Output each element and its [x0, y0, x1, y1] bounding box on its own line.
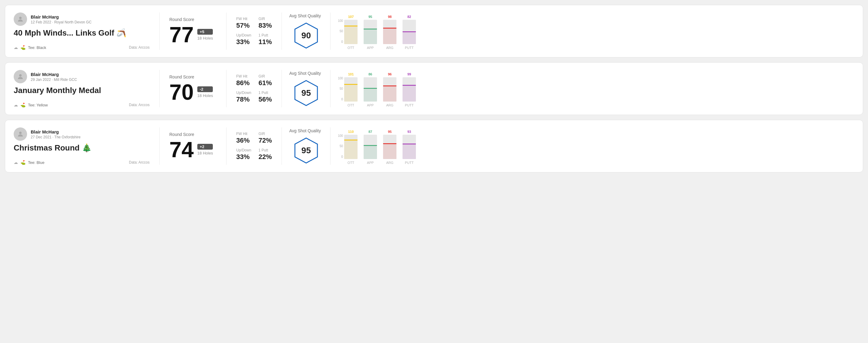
svg-point-0 — [19, 17, 22, 19]
tee-label: Tee: Yellow — [28, 103, 48, 107]
quality-score: 95 — [301, 88, 311, 98]
score-label: Round Score — [169, 74, 216, 80]
score-label: Round Score — [169, 132, 216, 137]
stat-item: 1 Putt 56% — [258, 91, 272, 103]
stat-value: 61% — [258, 79, 272, 87]
golf-icon: ⛳ — [20, 45, 26, 50]
tee-label: Tee: Blue — [28, 160, 44, 165]
score-section: Round Score 70 -2 18 Holes — [160, 70, 226, 107]
stat-name: FW Hit — [236, 132, 251, 136]
card-left-section: Blair McHarg 12 Feb 2022 · Royal North D… — [14, 12, 160, 50]
stat-name: Up/Down — [236, 148, 251, 152]
score-badge: +5 — [197, 29, 213, 35]
round-title: 40 Mph Winds... Links Golf 🪃 — [14, 28, 150, 38]
round-card: Blair McHarg 12 Feb 2022 · Royal North D… — [5, 5, 863, 58]
card-footer: ☁ ⛳ Tee: Blue Data: Arccos — [14, 160, 150, 165]
hexagon: 90 — [292, 22, 320, 49]
chart-section: 100 50 0 101 OTT 86 APP 96 ARG — [331, 70, 854, 107]
stat-item: Up/Down 33% — [236, 33, 251, 46]
stat-value: 78% — [236, 95, 251, 103]
round-card: Blair McHarg 29 Jan 2022 · Mill Ride GCC… — [5, 62, 863, 115]
stat-item: 1 Putt 11% — [258, 33, 272, 46]
stat-item: 1 Putt 22% — [258, 148, 272, 161]
quality-label: Avg Shot Quality — [289, 13, 321, 18]
avatar — [14, 12, 27, 26]
chart-bar-group: 95 APP — [364, 15, 377, 50]
stat-name: GIR — [258, 17, 272, 21]
score-label: Round Score — [169, 17, 216, 22]
chart-bar-group: 82 PUTT — [403, 15, 416, 50]
chart-bar-group: 107 OTT — [344, 15, 358, 50]
score-section: Round Score 77 +5 18 Holes — [160, 12, 226, 50]
avatar — [14, 70, 27, 83]
score-number: 77 — [169, 24, 194, 45]
stat-name: FW Hit — [236, 74, 251, 79]
user-date: 12 Feb 2022 · Royal North Devon GC — [31, 20, 92, 24]
stat-name: 1 Putt — [258, 148, 272, 152]
quality-label: Avg Shot Quality — [289, 128, 321, 133]
score-holes: 18 Holes — [197, 93, 213, 98]
quality-section: Avg Shot Quality 95 — [282, 70, 331, 107]
user-row: Blair McHarg 29 Jan 2022 · Mill Ride GCC — [14, 70, 150, 83]
chart-bar-group: 101 OTT — [344, 72, 358, 107]
stat-name: 1 Putt — [258, 91, 272, 95]
weather-icon: ☁ — [14, 160, 18, 165]
weather-icon: ☁ — [14, 102, 18, 107]
quality-section: Avg Shot Quality 90 — [282, 12, 331, 50]
data-source: Data: Arccos — [129, 45, 150, 50]
user-date: 27 Dec 2021 · The Oxfordshire — [31, 135, 81, 139]
stat-value: 22% — [258, 153, 272, 161]
card-left-section: Blair McHarg 29 Jan 2022 · Mill Ride GCC… — [14, 70, 160, 107]
stat-value: 36% — [236, 136, 251, 145]
stat-item: GIR 61% — [258, 74, 272, 87]
stats-section: FW Hit 36% GIR 72% Up/Down 33% 1 Pu — [226, 127, 282, 165]
stat-value: 72% — [258, 136, 272, 145]
round-title: Christmas Round 🎄 — [14, 143, 150, 153]
svg-point-2 — [19, 74, 22, 76]
stat-value: 83% — [258, 22, 272, 30]
chart-bar-group: 87 APP — [364, 130, 377, 164]
chart-bar-group: 110 OTT — [344, 130, 358, 164]
stat-name: FW Hit — [236, 17, 251, 21]
user-row: Blair McHarg 27 Dec 2021 · The Oxfordshi… — [14, 127, 150, 141]
stat-item: GIR 83% — [258, 17, 272, 30]
quality-score: 90 — [301, 31, 311, 40]
svg-point-4 — [19, 132, 22, 134]
tee-info: ☁ ⛳ Tee: Yellow — [14, 102, 48, 107]
score-section: Round Score 74 +2 18 Holes — [160, 127, 226, 165]
hexagon: 95 — [292, 137, 320, 164]
stats-section: FW Hit 57% GIR 83% Up/Down 33% 1 Pu — [226, 12, 282, 50]
user-name: Blair McHarg — [31, 14, 92, 20]
stat-value: 56% — [258, 95, 272, 103]
chart-section: 100 50 0 107 OTT 95 APP 98 ARG — [331, 12, 854, 50]
quality-label: Avg Shot Quality — [289, 71, 321, 76]
tee-info: ☁ ⛳ Tee: Blue — [14, 160, 44, 165]
stats-section: FW Hit 86% GIR 61% Up/Down 78% 1 Pu — [226, 70, 282, 107]
tee-info: ☁ ⛳ Tee: Black — [14, 45, 46, 50]
chart-bar-group: 99 PUTT — [403, 72, 416, 107]
stat-name: Up/Down — [236, 33, 251, 37]
chart-bar-group: 96 ARG — [383, 72, 397, 107]
stat-item: GIR 72% — [258, 132, 272, 145]
stat-item: FW Hit 86% — [236, 74, 251, 87]
score-badge: +2 — [197, 144, 213, 150]
stat-value: 57% — [236, 22, 251, 30]
quality-score: 95 — [301, 146, 311, 155]
stat-name: GIR — [258, 132, 272, 136]
stat-item: Up/Down 78% — [236, 91, 251, 103]
score-holes: 18 Holes — [197, 36, 213, 40]
data-source: Data: Arccos — [129, 160, 150, 164]
stat-value: 11% — [258, 38, 272, 46]
tee-label: Tee: Black — [28, 45, 46, 50]
card-footer: ☁ ⛳ Tee: Yellow Data: Arccos — [14, 102, 150, 107]
stat-item: FW Hit 57% — [236, 17, 251, 30]
stat-name: Up/Down — [236, 91, 251, 95]
quality-section: Avg Shot Quality 95 — [282, 127, 331, 165]
score-holes: 18 Holes — [197, 151, 213, 155]
chart-bar-group: 93 PUTT — [403, 130, 416, 164]
golf-icon: ⛳ — [20, 102, 26, 107]
round-card: Blair McHarg 27 Dec 2021 · The Oxfordshi… — [5, 120, 863, 173]
score-number: 74 — [169, 139, 194, 161]
weather-icon: ☁ — [14, 45, 18, 50]
chart-bar-group: 98 ARG — [383, 15, 397, 50]
